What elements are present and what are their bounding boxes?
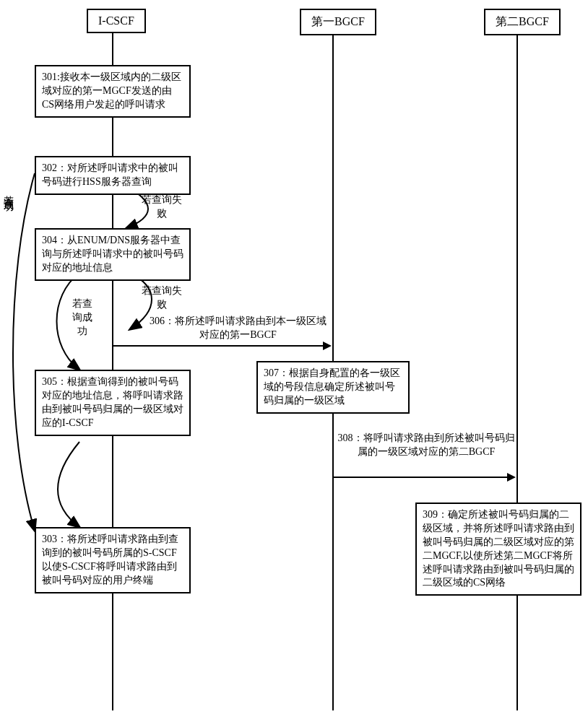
edge-label-fail-2: 若查询失败 (140, 284, 183, 312)
edge-label-fail-1: 若查询失败 (140, 193, 183, 221)
step-303: 303：将所述呼叫请求路由到查询到的被叫号码所属的S-CSCF以使S-CSCF将… (35, 527, 191, 593)
msg-label-308: 308：将呼叫请求路由到所述被叫号码归属的一级区域对应的第二BGCF (337, 432, 516, 459)
edge-label-success-left: 若查询成功 (1, 188, 14, 195)
step-307: 307：根据自身配置的各一级区域的号段信息确定所述被叫号码归属的一级区域 (256, 361, 410, 414)
msg-label-306: 306：将所述呼叫请求路由到本一级区域对应的第一BGCF (146, 315, 330, 342)
step-301: 301:接收本一级区域内的二级区域对应的第一MGCF发送的由CS网络用户发起的呼… (35, 65, 191, 118)
step-302: 302：对所述呼叫请求中的被叫号码进行HSS服务器查询 (35, 156, 191, 195)
edge-label-success-2: 若查询成功 (68, 297, 97, 339)
step-304: 304：从ENUM/DNS服务器中查询与所述呼叫请求中的被叫号码对应的地址信息 (35, 228, 191, 281)
msg-arrow-306 (113, 345, 330, 347)
step-309: 309：确定所述被叫号码归属的二级区域，并将所述呼叫请求路由到被叫号码归属的二级… (415, 503, 581, 596)
step-305: 305：根据查询得到的被叫号码对应的地址信息，将呼叫请求路由到被叫号码归属的一级… (35, 370, 191, 436)
lifeline-bgcf2 (516, 32, 518, 710)
msg-arrow-308 (334, 477, 514, 478)
lifeline-header-bgcf2: 第二BGCF (484, 9, 561, 35)
lifeline-header-bgcf1: 第一BGCF (300, 9, 376, 35)
lifeline-header-icscf: I-CSCF (87, 9, 146, 33)
